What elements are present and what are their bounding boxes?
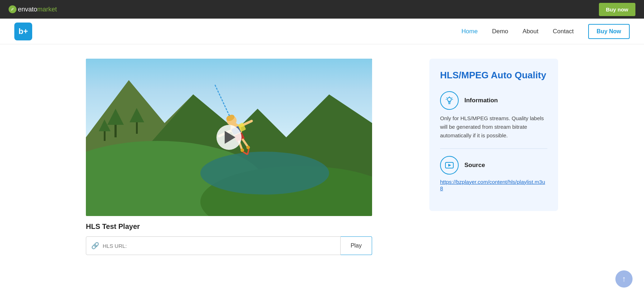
play-button-input[interactable]: Play: [341, 236, 372, 255]
link-icon: 🔗: [91, 242, 99, 250]
nav-home[interactable]: Home: [462, 28, 478, 35]
svg-rect-7: [114, 123, 117, 137]
nav-bar: b+ Home Demo About Contact Buy Now: [0, 19, 644, 44]
site-logo: b+: [14, 23, 32, 40]
source-block: Source https://bzplayer.com/content/hls/…: [440, 156, 547, 192]
svg-line-29: [447, 98, 447, 98]
lightbulb-icon: [445, 96, 454, 105]
information-text: Only for HLS/MPEG streams. Quality label…: [440, 114, 547, 140]
topbar-buy-now-button[interactable]: Buy now: [599, 3, 636, 16]
divider: [440, 148, 547, 149]
svg-rect-11: [104, 130, 106, 141]
video-section: HLS Test Player 🔗 Play: [86, 59, 419, 255]
source-icon-circle: [440, 156, 459, 175]
svg-point-6: [200, 152, 329, 195]
nav-about[interactable]: About: [523, 28, 538, 35]
svg-line-30: [452, 98, 453, 98]
source-header: Source: [440, 156, 547, 175]
panel-title: HLS/MPEG Auto Quality: [440, 69, 547, 81]
nav-links: Home Demo About Contact Buy Now: [462, 24, 630, 39]
main-content: HLS Test Player 🔗 Play HLS/MPEG Auto Qua…: [72, 44, 572, 269]
svg-marker-34: [448, 164, 451, 167]
svg-point-27: [448, 97, 452, 101]
envato-text: envato: [18, 6, 37, 13]
logo-letter: b+: [19, 27, 28, 36]
source-title: Source: [464, 162, 485, 169]
play-button[interactable]: [216, 125, 241, 150]
svg-rect-9: [136, 121, 138, 134]
nav-contact[interactable]: Contact: [553, 28, 574, 35]
hls-player-label: HLS Test Player: [86, 222, 419, 231]
hls-input-row: 🔗 Play: [86, 236, 372, 255]
source-url-link[interactable]: https://bzplayer.com/content/hls/playlis…: [440, 179, 545, 191]
nav-buy-now-button[interactable]: Buy Now: [588, 24, 630, 39]
envato-leaf-icon: [9, 5, 16, 13]
video-play-icon: [445, 161, 454, 170]
information-icon-circle: [440, 91, 459, 110]
play-triangle-icon: [225, 131, 235, 144]
information-title: Information: [464, 97, 498, 104]
envato-logo: envatomarket: [9, 5, 57, 13]
nav-demo[interactable]: Demo: [492, 28, 508, 35]
hls-url-input[interactable]: [103, 243, 335, 249]
info-panel: HLS/MPEG Auto Quality Informatio: [429, 59, 558, 211]
information-header: Information: [440, 91, 547, 110]
market-text: market: [37, 6, 57, 13]
information-block: Information Only for HLS/MPEG streams. Q…: [440, 91, 547, 140]
top-bar: envatomarket Buy now: [0, 0, 644, 19]
video-container: [86, 59, 372, 216]
hls-input-wrapper: 🔗: [86, 236, 341, 255]
envato-logo-text: envatomarket: [18, 6, 57, 13]
